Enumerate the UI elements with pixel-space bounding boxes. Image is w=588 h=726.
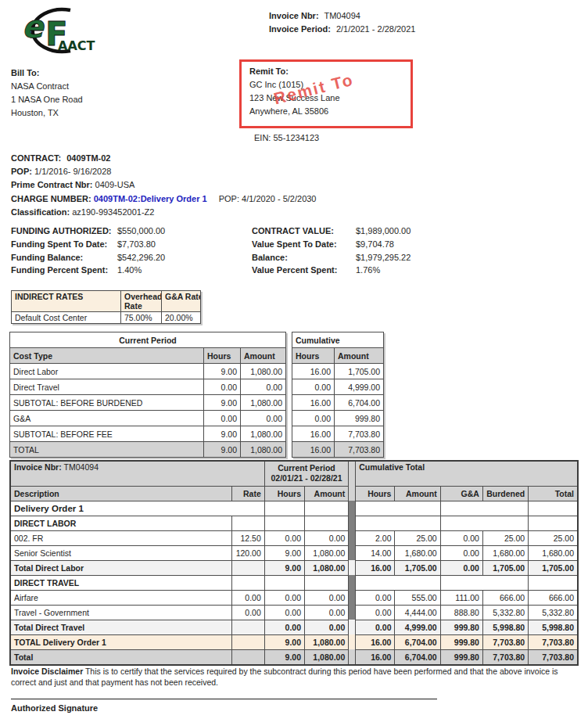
ga-cell: 0.00 bbox=[440, 530, 482, 545]
pop-label: POP: bbox=[11, 167, 32, 176]
cum-amount-cell: 4,999.00 bbox=[395, 620, 440, 634]
table-row: DIRECT TRAVEL bbox=[10, 575, 578, 590]
current-period-table: Current Period Cost Type Hours Amount Di… bbox=[9, 332, 286, 458]
table-row: 16.007,703.80 bbox=[292, 426, 384, 442]
description-cell: DIRECT TRAVEL bbox=[10, 575, 231, 590]
cost-type-header: Cost Type bbox=[10, 348, 204, 364]
cell bbox=[264, 501, 304, 516]
funding-label: Funding Balance: bbox=[11, 251, 117, 264]
description-cell: Total Direct Labor bbox=[10, 560, 231, 575]
funding-row: FUNDING AUTHORIZED:$550,000.00 bbox=[11, 225, 165, 238]
period-summary: Current Period Cost Type Hours Amount Di… bbox=[9, 332, 384, 458]
efaact-logo-icon: e F AACT bbox=[9, 5, 95, 56]
prime-contract-value: 0409-USA bbox=[95, 180, 135, 189]
amount-cell: 0.00 bbox=[305, 590, 349, 605]
cell bbox=[305, 516, 349, 530]
cost-type-cell: TOTAL bbox=[10, 442, 204, 458]
invoice-period-value: 2/1/2021 - 2/28/2021 bbox=[336, 24, 416, 34]
bill-to-block: Bill To: NASA Contract 1 NASA One Road H… bbox=[11, 66, 83, 120]
charge-pop-label: POP: bbox=[219, 194, 239, 203]
cum-amount-cell: 6,704.00 bbox=[395, 634, 440, 649]
total-cell: 5,332.80 bbox=[529, 605, 578, 620]
cell bbox=[231, 575, 264, 590]
cum-amount-cell: 1,705.00 bbox=[395, 560, 440, 575]
column-separator bbox=[349, 620, 356, 634]
total-cell: 7,703.80 bbox=[529, 634, 578, 649]
ga-cell: 0.00 bbox=[440, 560, 482, 575]
logo-aact-text: AACT bbox=[58, 38, 95, 53]
hours-cell: 0.00 bbox=[264, 530, 304, 545]
indirect-rates-table: INDIRECT RATES Overhead Rate G&A Rate De… bbox=[11, 290, 201, 324]
col-amount: Amount bbox=[305, 486, 349, 501]
column-separator bbox=[349, 501, 356, 516]
ga-rate-cell: 20.00% bbox=[162, 312, 201, 324]
hours-cell: 0.00 bbox=[204, 379, 241, 395]
indirect-rates-header: INDIRECT RATES bbox=[12, 291, 121, 312]
overhead-rate-cell: 75.00% bbox=[121, 312, 162, 324]
amount-cell: 4,999.00 bbox=[335, 379, 384, 395]
burdened-cell: 666.00 bbox=[482, 590, 528, 605]
hours-cell: 9.00 bbox=[264, 634, 304, 649]
amount-cell: 1,080.00 bbox=[305, 545, 349, 560]
funding-row: CONTRACT VALUE:$1,989,000.00 bbox=[252, 225, 411, 238]
burdened-cell: 1,705.00 bbox=[482, 560, 528, 575]
efaact-logo: e F AACT bbox=[9, 5, 95, 56]
cum-hours-header: Hours bbox=[292, 348, 335, 364]
hours-cell: 16.00 bbox=[292, 426, 335, 442]
column-separator bbox=[349, 545, 356, 560]
funding-label: FUNDING AUTHORIZED: bbox=[11, 225, 117, 238]
rate-cell: 12.50 bbox=[231, 530, 264, 545]
description-cell: Total Direct Travel bbox=[10, 620, 231, 634]
cell bbox=[440, 575, 528, 590]
column-separator bbox=[349, 530, 356, 545]
remit-to-line: 123 New Success Lane bbox=[249, 92, 411, 105]
hours-cell: 9.00 bbox=[264, 560, 304, 575]
charge-number-line: CHARGE NUMBER: 0409TM-02:Delivery Order … bbox=[11, 192, 317, 206]
invoice-table-header1: Invoice Nbr: TM04094 Current Period 02/0… bbox=[10, 461, 578, 486]
svg-text:e: e bbox=[22, 9, 45, 45]
total-cell: 7,703.80 bbox=[529, 649, 578, 665]
bill-to-line: Houston, TX bbox=[11, 106, 83, 120]
funding-label: Funding Spent To Date: bbox=[11, 238, 117, 251]
col-description: Description bbox=[10, 486, 231, 501]
bill-to-line: NASA Contract bbox=[11, 80, 83, 93]
rate-cell: 0.00 bbox=[231, 590, 264, 605]
amount-cell: 1,080.00 bbox=[241, 395, 286, 411]
column-separator bbox=[349, 575, 356, 590]
invoice-nbr-label: Invoice Nbr: bbox=[269, 11, 319, 20]
invoice-nbr-line: Invoice Nbr: TM04094 bbox=[269, 9, 415, 23]
cum-amount-header: Amount bbox=[335, 348, 384, 364]
cost-center-cell: Default Cost Center bbox=[12, 312, 121, 324]
amount-cell: 6,704.00 bbox=[335, 395, 384, 411]
total-cell: 666.00 bbox=[529, 590, 578, 605]
table-row: Delivery Order 1 bbox=[10, 501, 578, 516]
contract-label: CONTRACT: bbox=[11, 153, 61, 163]
description-cell: TOTAL Delivery Order 1 bbox=[10, 634, 231, 649]
charge-number-label: CHARGE NUMBER: bbox=[11, 194, 91, 203]
invoice-table-body: Delivery Order 1DIRECT LABOR002. FR12.50… bbox=[10, 501, 578, 665]
amount-cell: 1,080.00 bbox=[305, 649, 349, 665]
current-period-title: Current Period bbox=[10, 332, 286, 348]
contract-line: CONTRACT: 0409TM-02 bbox=[11, 152, 317, 165]
hours-cell: 9.00 bbox=[264, 649, 304, 665]
amount-cell: 0.00 bbox=[241, 411, 286, 426]
table-row: Total Direct Travel0.000.000.004,999.009… bbox=[10, 620, 578, 634]
column-separator bbox=[349, 605, 356, 620]
hours-cell: 9.00 bbox=[204, 426, 241, 442]
table-invoice-nbr-label: Invoice Nbr: bbox=[14, 462, 62, 472]
description-cell: Airfare bbox=[10, 590, 231, 605]
invoice-period-label: Invoice Period: bbox=[269, 24, 331, 34]
cost-type-cell: G&A bbox=[10, 411, 204, 426]
table-row: 002. FR12.500.000.002.0025.000.0025.0025… bbox=[10, 530, 578, 545]
hours-cell: 0.00 bbox=[204, 411, 241, 426]
rate-cell bbox=[231, 634, 264, 649]
contract-value: 0409TM-02 bbox=[66, 153, 110, 163]
funding-label: Value Spent To Date: bbox=[252, 238, 356, 251]
amount-cell: 7,703.80 bbox=[335, 442, 384, 458]
remit-to-box: Remit To: GC Inc (1015) 123 New Success … bbox=[239, 59, 413, 128]
funding-row: Funding Percent Spent:1.40% bbox=[11, 264, 165, 277]
invoice-table-header2: Description Rate Hours Amount Hours Amou… bbox=[10, 486, 578, 501]
cum-amount-cell: 555.00 bbox=[395, 590, 440, 605]
rate-cell: 0.00 bbox=[231, 605, 264, 620]
column-separator bbox=[349, 486, 356, 501]
